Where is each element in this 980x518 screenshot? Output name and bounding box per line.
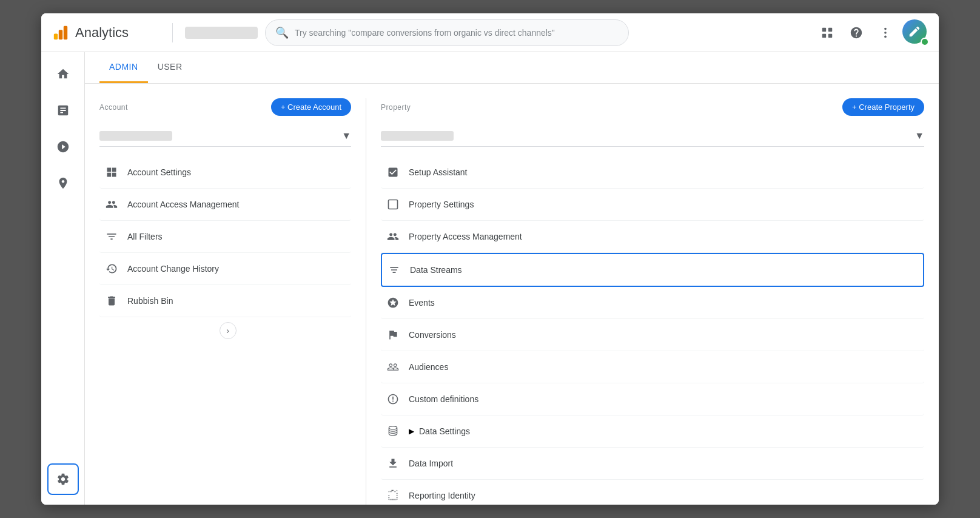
content-area: ADMIN USER Account + Create Account ▼: [85, 52, 939, 505]
menu-item-setup-assistant[interactable]: Setup Assistant: [381, 156, 924, 189]
svg-rect-1: [59, 30, 62, 39]
property-dropdown[interactable]: ▼: [381, 126, 924, 147]
svg-rect-6: [828, 33, 832, 37]
menu-item-data-streams[interactable]: Data Streams: [381, 253, 924, 287]
top-bar: Analytics 🔍 Try searching "compare conve…: [41, 13, 939, 52]
reporting-identity-label: Reporting Identity: [409, 491, 475, 500]
svg-rect-2: [64, 25, 67, 39]
account-access-label: Account Access Management: [127, 200, 239, 209]
avatar-online-status: [921, 38, 929, 46]
setup-assistant-icon: [386, 165, 400, 180]
tabs-bar: ADMIN USER: [85, 52, 939, 84]
property-access-label: Property Access Management: [409, 232, 522, 241]
more-options-button[interactable]: [873, 21, 898, 45]
create-account-button[interactable]: + Create Account: [271, 98, 351, 116]
menu-item-custom-definitions[interactable]: Custom definitions: [381, 383, 924, 415]
search-icon: 🔍: [275, 26, 289, 39]
property-settings-icon: [386, 197, 400, 212]
account-history-icon: [104, 261, 119, 276]
data-streams-label: Data Streams: [410, 265, 462, 275]
menu-item-events[interactable]: Events: [381, 287, 924, 319]
svg-point-8: [884, 32, 887, 34]
property-column: Property + Create Property ▼: [366, 98, 924, 505]
account-access-icon: [104, 197, 119, 212]
account-settings-icon: [104, 165, 119, 180]
all-filters-label: All Filters: [127, 232, 163, 241]
sidebar-bottom: [47, 463, 79, 495]
rubbish-bin-icon: [104, 294, 119, 308]
menu-item-data-settings[interactable]: ▶ Data Settings: [381, 415, 924, 448]
sidebar-item-reports[interactable]: [46, 93, 80, 127]
data-settings-label: Data Settings: [419, 426, 470, 436]
property-dropdown-arrow: ▼: [915, 130, 924, 141]
menu-item-data-import[interactable]: Data Import: [381, 448, 924, 480]
apps-button[interactable]: [815, 21, 839, 45]
svg-rect-5: [822, 33, 826, 37]
data-settings-expand-arrow: ▶: [409, 427, 414, 436]
account-column: Account + Create Account ▼ Account Setti…: [99, 98, 366, 505]
app-title: Analytics: [75, 25, 129, 41]
analytics-logo-icon: [51, 23, 70, 42]
svg-point-9: [884, 35, 887, 38]
menu-item-property-settings[interactable]: Property Settings: [381, 189, 924, 221]
svg-point-11: [389, 426, 397, 429]
menu-item-rubbish-bin[interactable]: Rubbish Bin: [99, 285, 351, 317]
top-bar-actions: [815, 19, 929, 46]
conversions-icon: [386, 328, 400, 342]
svg-rect-10: [389, 200, 398, 209]
account-dropdown-name: [99, 131, 172, 141]
account-dropdown[interactable]: ▼: [99, 126, 351, 147]
custom-definitions-icon: [386, 392, 400, 406]
account-dropdown-arrow: ▼: [341, 130, 351, 141]
account-settings-label: Account Settings: [127, 167, 191, 177]
create-property-button[interactable]: + Create Property: [842, 98, 924, 116]
data-settings-icon: [386, 424, 400, 439]
tab-admin[interactable]: ADMIN: [99, 52, 148, 83]
tab-user[interactable]: USER: [148, 52, 192, 83]
rubbish-bin-label: Rubbish Bin: [127, 296, 173, 306]
data-streams-icon: [387, 263, 401, 277]
search-bar[interactable]: 🔍 Try searching "compare conversions fro…: [265, 19, 629, 46]
audiences-icon: [386, 360, 400, 374]
account-col-label: Account: [99, 103, 128, 112]
events-label: Events: [409, 298, 435, 308]
svg-rect-3: [822, 27, 826, 31]
admin-content: Account + Create Account ▼ Account Setti…: [85, 84, 939, 505]
menu-item-property-access-management[interactable]: Property Access Management: [381, 221, 924, 253]
menu-item-all-filters[interactable]: All Filters: [99, 221, 351, 253]
menu-item-reporting-identity[interactable]: Reporting Identity: [381, 480, 924, 505]
data-import-icon: [386, 456, 400, 471]
sidebar: [41, 52, 85, 505]
svg-rect-4: [828, 27, 832, 31]
account-name-display: [185, 27, 258, 39]
menu-item-audiences[interactable]: Audiences: [381, 351, 924, 383]
property-col-label: Property: [381, 103, 411, 112]
help-button[interactable]: [844, 21, 868, 45]
property-dropdown-name: [381, 131, 454, 141]
browser-window: Analytics 🔍 Try searching "compare conve…: [41, 13, 939, 505]
user-avatar-container[interactable]: [902, 19, 929, 46]
account-scroll-button[interactable]: ›: [220, 322, 237, 339]
property-col-header-right: + Create Property: [842, 98, 924, 116]
property-col-header: Property + Create Property: [381, 98, 924, 116]
logo-area: Analytics: [51, 23, 160, 42]
account-col-header: Account + Create Account: [99, 98, 351, 116]
data-import-label: Data Import: [409, 459, 453, 468]
custom-definitions-label: Custom definitions: [409, 394, 478, 404]
sidebar-item-home[interactable]: [46, 57, 80, 91]
audiences-label: Audiences: [409, 362, 448, 372]
svg-rect-0: [54, 33, 58, 39]
setup-assistant-label: Setup Assistant: [409, 167, 468, 177]
sidebar-item-admin[interactable]: [47, 463, 79, 495]
property-access-icon: [386, 229, 400, 244]
sidebar-item-advertising[interactable]: [46, 166, 80, 200]
property-settings-label: Property Settings: [409, 200, 474, 209]
reporting-identity-icon: [386, 488, 400, 503]
sidebar-item-explore[interactable]: [46, 130, 80, 164]
all-filters-icon: [104, 229, 119, 244]
menu-item-account-change-history[interactable]: Account Change History: [99, 253, 351, 285]
menu-item-account-settings[interactable]: Account Settings: [99, 156, 351, 189]
menu-item-account-access-management[interactable]: Account Access Management: [99, 189, 351, 221]
account-history-label: Account Change History: [127, 264, 219, 274]
menu-item-conversions[interactable]: Conversions: [381, 319, 924, 351]
